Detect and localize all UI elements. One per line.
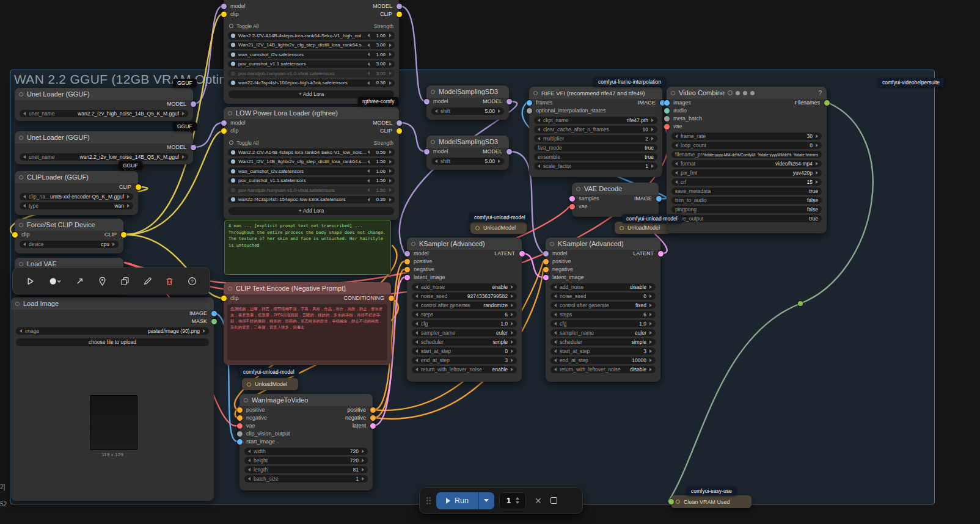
input-port-clip[interactable] [221,128,227,134]
combo-right-icon[interactable] [389,62,392,66]
node-wan-image-to-video[interactable]: WanImageToVideo positivepositive negativ… [240,394,373,490]
widget-return-with-leftover-noise[interactable]: return_with_leftover_noiseenable [412,366,517,373]
combo-left-icon[interactable] [675,144,678,147]
widget-steps[interactable]: steps6 [412,311,517,318]
combo-left-icon[interactable] [435,109,437,113]
input-port-samples[interactable] [569,196,575,202]
node-title[interactable]: VAE Decode [572,183,659,195]
collapse-dot-icon[interactable] [19,175,23,180]
output-port-negative[interactable] [370,415,376,421]
output-port-mask[interactable] [211,319,217,324]
widget-clear-cache[interactable]: clear_cache_after_n_frames10 [534,126,657,133]
combo-left-icon[interactable] [248,477,250,481]
node-lora-loader-low[interactable]: LOW Power Lora Loader (rgthree) model MO… [224,107,399,220]
canvas[interactable]: WAN 2.2 GGUF (12GB VRAM Optimized) model… [0,0,980,524]
combo-left-icon[interactable] [23,242,26,246]
lora-row[interactable]: wan22-f4c3spl4sh-154epoc-low-k3nk.safete… [228,196,395,204]
combo-left-icon[interactable] [367,53,370,56]
output-port-clip[interactable] [397,128,402,134]
collapse-dot-icon[interactable] [671,91,675,95]
combo-left-icon[interactable] [23,155,26,159]
combo-left-icon[interactable] [367,169,370,173]
node-unload-model[interactable]: UnloadModel [242,378,298,390]
help-icon[interactable]: ? [185,273,200,289]
widget-fast-mode[interactable]: fast_modetrue [534,144,657,151]
input-port-positive[interactable] [543,259,549,264]
combo-right-icon[interactable] [498,159,500,163]
lora-row[interactable]: Wan21_I2V_14B_lightx2v_cfg_step_distill_… [228,42,395,49]
run-options-button[interactable] [478,492,494,509]
widget-scale-factor[interactable]: scale_factor1 [534,162,657,170]
collapse-dot-icon[interactable] [244,398,248,402]
combo-right-icon[interactable] [389,71,392,75]
widget-unet-name[interactable]: unet_namewan2.2_i2v_low_noise_14B_Q5_K_M… [20,153,188,161]
widget-batch-size[interactable]: batch_size1 [244,475,368,482]
combo-left-icon[interactable] [367,81,370,85]
widget-add-noise[interactable]: add_noisedisable [550,283,656,291]
combo-right-icon[interactable] [362,449,364,453]
lora-row[interactable]: Wan2.2-I2V-A14B-4steps-lora-rank64-Seko-… [228,32,395,40]
combo-left-icon[interactable] [415,285,418,289]
toggle-all-row[interactable]: Toggle All Strength [229,139,393,147]
input-port-clip[interactable] [12,232,18,238]
input-port-model[interactable] [404,251,410,257]
combo-right-icon[interactable] [127,204,130,208]
widget-return-with-leftover-noise[interactable]: return_with_leftover_noisedisable [550,366,656,373]
collapse-dot-icon[interactable] [431,90,435,94]
input-port-latent-image[interactable] [404,275,410,280]
input-port-positive[interactable] [237,407,243,413]
node-title[interactable]: RIFE VFI (recommend rife47 and rife49) [529,87,662,99]
combo-right-icon[interactable] [511,358,513,362]
widget-device[interactable]: devicecpu [20,241,119,248]
combo-right-icon[interactable] [389,198,392,202]
toggle-all-icon[interactable] [229,24,233,28]
output-port-model[interactable] [506,99,512,104]
node-rife-vfi[interactable]: RIFE VFI (recommend rife47 and rife49) f… [529,87,662,177]
node-title[interactable]: Unet Loader (GGUF) [15,88,193,100]
node-lora-loader-high[interactable]: model MODEL clip CLIP Toggle All Strengt… [224,0,399,104]
widget-control-after-generate[interactable]: control after generatefixed [550,302,656,309]
widget-scheduler[interactable]: schedulersimple [550,338,656,346]
input-port-vae[interactable] [237,423,243,429]
combo-right-icon[interactable] [389,160,392,164]
combo-left-icon[interactable] [23,112,26,115]
node-clean-vram-used[interactable]: Clean VRAM Used [671,495,751,508]
combo-right-icon[interactable] [649,285,652,289]
collapse-dot-icon[interactable] [19,223,23,227]
combo-left-icon[interactable] [367,188,370,192]
input-port-negative[interactable] [404,267,410,272]
drag-handle-icon[interactable] [426,497,431,505]
combo-right-icon[interactable] [816,134,818,138]
combo-right-icon[interactable] [203,329,205,333]
combo-right-icon[interactable] [511,322,513,326]
queue-count[interactable]: 1 [499,492,526,509]
input-port-meta-batch[interactable] [664,116,670,122]
pause-icon[interactable] [743,91,747,95]
collapse-dot-icon[interactable] [620,226,624,230]
input-port-start-image[interactable] [237,439,243,445]
lora-row[interactable]: wan_cumshot_i2v.safetensors1.00 [228,167,395,175]
add-lora-button[interactable]: + Add Lora [229,207,394,215]
collapse-dot-icon[interactable] [228,111,232,115]
input-port-vae[interactable] [664,124,670,129]
combo-right-icon[interactable] [389,81,392,85]
combo-right-icon[interactable] [511,349,513,353]
lora-toggle-icon[interactable] [231,43,235,47]
combo-right-icon[interactable] [127,195,130,198]
node-clip-text-encode-negative[interactable]: CLIP Text Encode (Negative Prompt) clip … [224,282,391,365]
node-title[interactable]: ModelSamplingSD3 [426,136,509,148]
combo-right-icon[interactable] [362,468,364,471]
combo-left-icon[interactable] [367,160,370,164]
input-port-negative[interactable] [543,267,549,272]
combo-right-icon[interactable] [816,144,818,147]
collapse-dot-icon[interactable] [19,92,23,96]
output-port-latent[interactable] [519,251,525,257]
combo-right-icon[interactable] [389,150,392,154]
widget-control-after-generate[interactable]: control after generaterandomize [412,302,517,309]
combo-left-icon[interactable] [248,468,250,471]
collapse-dot-icon[interactable] [19,136,23,140]
node-title[interactable]: WanImageToVideo [240,394,373,406]
node-unload-model[interactable]: UnloadModel [615,222,671,234]
widget-noise-seed[interactable]: noise_seed92743363799582 [412,293,517,300]
combo-left-icon[interactable] [20,329,22,333]
